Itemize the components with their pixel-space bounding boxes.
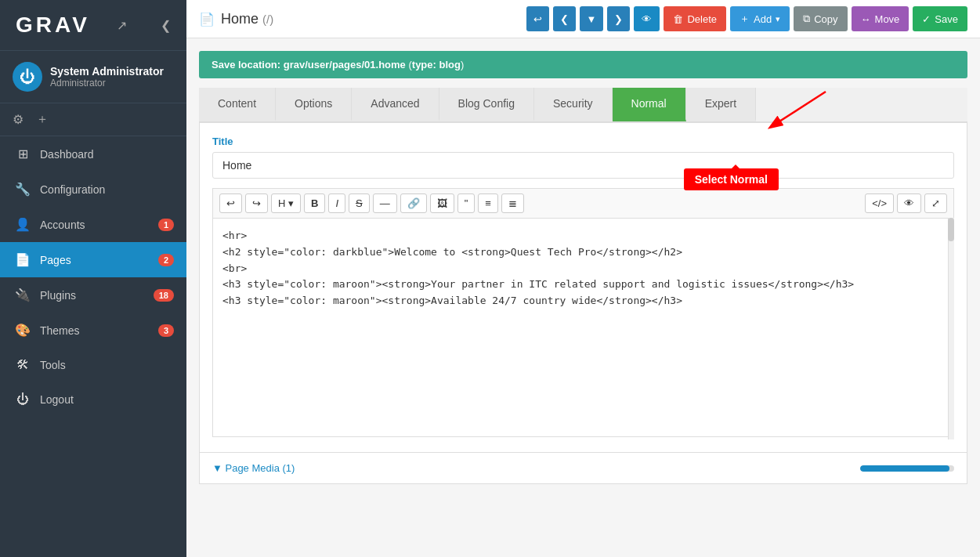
sidebar-item-themes[interactable]: 🎨 Themes 3 — [0, 313, 186, 348]
copy-button[interactable]: ⧉ Copy — [794, 6, 847, 31]
editor-italic-button[interactable]: I — [328, 194, 345, 213]
tab-content[interactable]: Content — [199, 88, 276, 121]
tab-blog-config[interactable]: Blog Config — [439, 88, 534, 121]
user-name: System Administrator — [50, 65, 164, 78]
sidebar-item-tools[interactable]: 🛠 Tools — [0, 348, 186, 382]
svg-line-0 — [771, 92, 826, 127]
editor-image-button[interactable]: 🖼 — [430, 194, 454, 213]
sidebar-item-logout[interactable]: ⏻ Logout — [0, 382, 186, 417]
editor-fullscreen-button[interactable]: ⤢ — [924, 194, 947, 213]
form-section: Select Normal Title ↩ ↪ H ▾ B I S — 🔗 🖼 … — [199, 122, 967, 453]
add-button[interactable]: ＋ Add ▾ — [730, 6, 790, 31]
accounts-icon: 👤 — [15, 217, 31, 232]
user-role: Administrator — [50, 78, 164, 89]
code-editor[interactable]: <hr> <h2 style="color: darkblue">Welcome… — [212, 218, 954, 437]
page-media-section: ▼ Page Media (1) — [199, 453, 967, 484]
nav-up-button[interactable]: ▼ — [580, 6, 604, 31]
collapse-icon[interactable]: ❮ — [161, 18, 171, 33]
preview-button[interactable]: 👁 — [634, 6, 660, 31]
arrow-annotation — [747, 88, 841, 135]
callout-tooltip: Select Normal — [684, 168, 779, 190]
add-dropdown-caret: ▾ — [776, 14, 780, 24]
trash-icon: 🗑 — [673, 13, 683, 25]
editor-toolbar: ↩ ↪ H ▾ B I S — 🔗 🖼 " ≡ ≣ </> 👁 ⤢ — [212, 188, 954, 218]
editor-redo-button[interactable]: ↪ — [245, 194, 268, 213]
logo-area: GRAV ↗ ❮ — [0, 0, 186, 51]
progress-bar-fill — [860, 465, 949, 472]
nav-prev-button[interactable]: ❮ — [553, 6, 576, 31]
settings-small-icon[interactable]: ⚙ — [13, 112, 24, 127]
editor-hr-button[interactable]: — — [373, 194, 397, 213]
logo-text: GRAV — [16, 13, 90, 38]
editor-scrollbar-thumb — [948, 218, 954, 241]
editor-scrollbar[interactable] — [948, 218, 954, 439]
sidebar-item-label: Logout — [40, 393, 174, 406]
themes-badge: 3 — [158, 324, 174, 337]
editor-code-button[interactable]: </> — [865, 194, 894, 213]
editor-link-button[interactable]: 🔗 — [400, 194, 427, 213]
progress-bar — [860, 465, 954, 472]
external-link-icon[interactable]: ↗ — [117, 18, 127, 33]
copy-icon: ⧉ — [803, 13, 810, 25]
editor-right-buttons: </> 👁 ⤢ — [865, 194, 947, 213]
nav-quick-icons: ⚙ ＋ — [0, 103, 186, 136]
tab-normal[interactable]: Normal — [613, 88, 686, 121]
sidebar-item-configuration[interactable]: 🔧 Configuration — [0, 172, 186, 207]
sidebar-item-label: Tools — [40, 359, 174, 371]
editor-preview-button[interactable]: 👁 — [897, 194, 921, 213]
toolbar-buttons: ↩ ❮ ▼ ❯ 👁 🗑 Delete ＋ Add ▾ ⧉ Copy ↔ Move — [526, 6, 967, 31]
sidebar-item-label: Dashboard — [40, 148, 174, 161]
user-details: System Administrator Administrator — [50, 65, 164, 89]
config-icon: 🔧 — [15, 182, 31, 197]
delete-button[interactable]: 🗑 Delete — [664, 6, 726, 31]
code-editor-area: <hr> <h2 style="color: darkblue">Welcome… — [212, 218, 954, 439]
editor-heading-button[interactable]: H ▾ — [271, 194, 301, 213]
nav-next-button[interactable]: ❯ — [607, 6, 630, 31]
content-area: Save location: grav/user/pages/01.home (… — [186, 38, 980, 557]
tab-security[interactable]: Security — [534, 88, 613, 121]
page-media-label[interactable]: ▼ Page Media (1) — [212, 462, 295, 474]
logout-icon: ⏻ — [15, 392, 31, 407]
pages-icon: 📄 — [15, 252, 31, 267]
themes-icon: 🎨 — [15, 323, 31, 338]
editor-bold-button[interactable]: B — [304, 194, 325, 213]
move-button[interactable]: ↔ Move — [852, 6, 909, 31]
tab-options[interactable]: Options — [276, 88, 352, 121]
sidebar-item-accounts[interactable]: 👤 Accounts 1 — [0, 207, 186, 242]
editor-list-ul-button[interactable]: ≡ — [478, 194, 498, 213]
tools-icon: 🛠 — [15, 358, 31, 372]
tab-advanced[interactable]: Advanced — [352, 88, 439, 121]
undo-button[interactable]: ↩ — [526, 6, 549, 31]
avatar: ⏻ — [13, 62, 42, 92]
editor-list-ol-button[interactable]: ≣ — [501, 194, 524, 213]
accounts-badge: 1 — [158, 219, 174, 231]
sidebar-nav: ⚙ ＋ ⊞ Dashboard 🔧 Configuration 👤 Accoun… — [0, 103, 186, 557]
editor-strikethrough-button[interactable]: S — [349, 194, 370, 213]
page-title: Home (/) — [221, 11, 273, 27]
sidebar-item-plugins[interactable]: 🔌 Plugins 18 — [0, 277, 186, 313]
sidebar-item-dashboard[interactable]: ⊞ Dashboard — [0, 136, 186, 172]
editor-undo-button[interactable]: ↩ — [219, 194, 242, 213]
page-type-icon: 📄 — [199, 12, 215, 27]
sidebar-item-label: Themes — [40, 324, 158, 337]
sidebar: GRAV ↗ ❮ ⏻ System Administrator Administ… — [0, 0, 186, 557]
title-input[interactable] — [212, 152, 954, 179]
editor-blockquote-button[interactable]: " — [457, 194, 476, 213]
plugins-icon: 🔌 — [15, 288, 31, 302]
sidebar-item-label: Pages — [40, 254, 158, 266]
add-small-icon[interactable]: ＋ — [36, 111, 49, 128]
sidebar-item-pages[interactable]: 📄 Pages 2 — [0, 242, 186, 277]
move-icon: ↔ — [861, 13, 871, 25]
top-toolbar: 📄 Home (/) ↩ ❮ ▼ ❯ 👁 🗑 Delete ＋ Add ▾ ⧉ … — [186, 0, 980, 38]
tabs-bar: Content Options Advanced Blog Config Sec… — [199, 88, 967, 122]
tab-expert[interactable]: Expert — [686, 88, 756, 121]
checkmark-icon: ✓ — [922, 13, 931, 25]
plugins-badge: 18 — [154, 289, 174, 302]
page-title-area: 📄 Home (/) — [199, 11, 522, 27]
main-content: 📄 Home (/) ↩ ❮ ▼ ❯ 👁 🗑 Delete ＋ Add ▾ ⧉ … — [186, 0, 980, 557]
title-label: Title — [212, 136, 954, 147]
save-button[interactable]: ✓ Save — [913, 6, 967, 31]
dashboard-icon: ⊞ — [15, 146, 31, 161]
sidebar-item-label: Plugins — [40, 289, 154, 302]
save-location-bar: Save location: grav/user/pages/01.home (… — [199, 51, 967, 78]
